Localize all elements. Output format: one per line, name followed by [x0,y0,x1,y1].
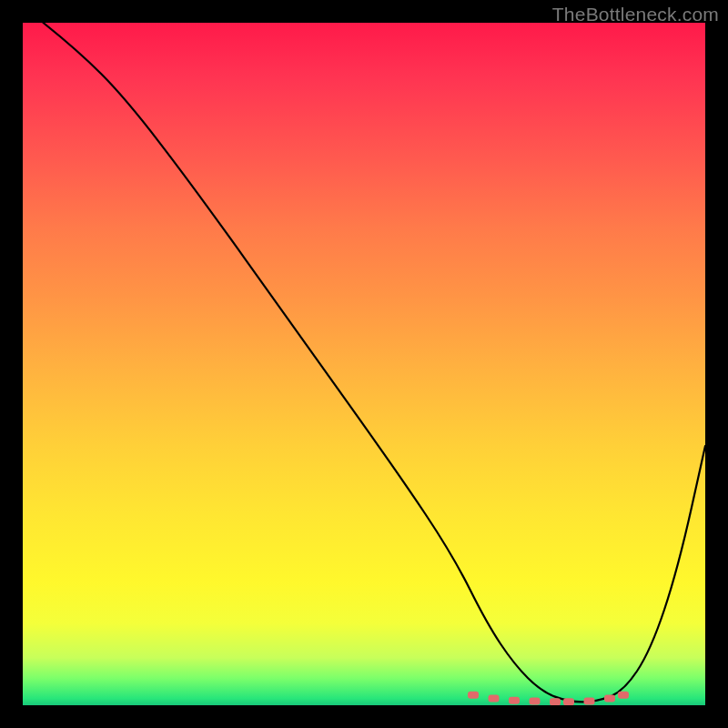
chart-container: TheBottleneck.com [0,0,728,728]
min-marker [550,698,561,705]
min-marker [509,697,520,704]
min-marker [604,695,615,703]
plot-area [23,23,705,705]
min-marker [468,692,479,699]
bottleneck-curve [44,23,706,702]
chart-svg [23,23,705,705]
min-marker [530,698,541,705]
min-marker [618,692,629,699]
min-marker [489,695,500,703]
min-marker [563,698,574,705]
min-marker [584,698,595,705]
